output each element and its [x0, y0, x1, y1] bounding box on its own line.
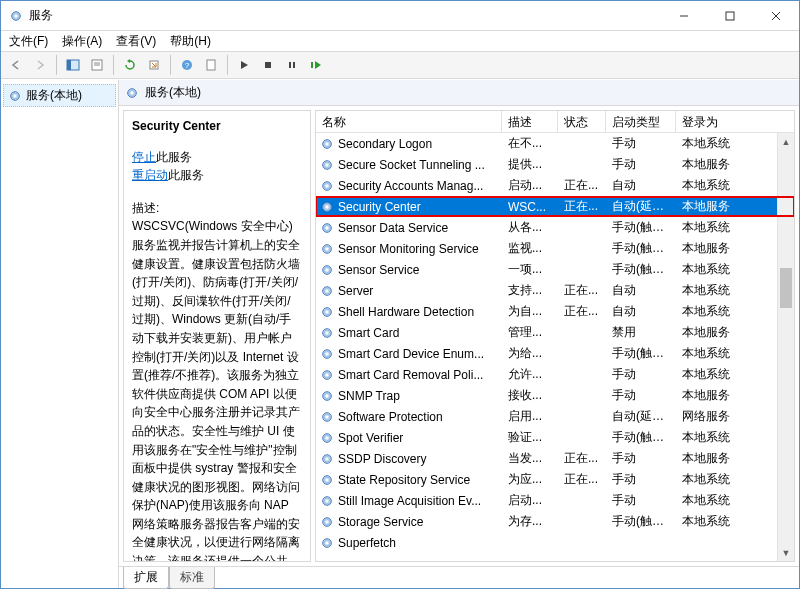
props-sheet-button[interactable]: [200, 54, 222, 76]
service-status: 正在...: [558, 282, 606, 299]
service-row[interactable]: Sensor Service一项...手动(触发...本地系统: [316, 259, 794, 280]
service-desc: 为自...: [502, 303, 558, 320]
col-logon[interactable]: 登录为: [676, 111, 794, 132]
scroll-up-button[interactable]: ▲: [778, 133, 794, 150]
properties-button[interactable]: [86, 54, 108, 76]
list-body[interactable]: Secondary Logon在不...手动本地系统Secure Socket …: [316, 133, 794, 561]
service-desc: 为存...: [502, 513, 558, 530]
service-name: Sensor Service: [338, 263, 419, 277]
scroll-down-button[interactable]: ▼: [778, 544, 794, 561]
service-desc: 一项...: [502, 261, 558, 278]
service-row[interactable]: Smart Card Device Enum...为给...手动(触发...本地…: [316, 343, 794, 364]
service-row[interactable]: State Repository Service为应...正在...手动本地系统: [316, 469, 794, 490]
tab-standard[interactable]: 标准: [169, 567, 215, 589]
service-startup-type: 手动: [606, 135, 676, 152]
menubar: 文件(F) 操作(A) 查看(V) 帮助(H): [1, 31, 799, 51]
gear-icon: [320, 368, 334, 382]
service-row[interactable]: Secure Socket Tunneling ...提供...手动本地服务: [316, 154, 794, 175]
refresh-button[interactable]: [119, 54, 141, 76]
service-startup-type: 禁用: [606, 324, 676, 341]
svg-rect-7: [67, 60, 71, 70]
svg-text:?: ?: [185, 61, 190, 70]
svg-rect-3: [726, 12, 734, 20]
col-status[interactable]: 状态: [558, 111, 606, 132]
service-row[interactable]: Storage Service为存...手动(触发...本地系统: [316, 511, 794, 532]
service-row[interactable]: Shell Hardware Detection为自...正在...自动本地系统: [316, 301, 794, 322]
close-button[interactable]: [753, 1, 799, 30]
start-service-button[interactable]: [233, 54, 255, 76]
col-startup[interactable]: 启动类型: [606, 111, 676, 132]
service-startup-type: 手动: [606, 156, 676, 173]
service-name: Secure Socket Tunneling ...: [338, 158, 485, 172]
service-row[interactable]: Software Protection启用...自动(延迟...网络服务: [316, 406, 794, 427]
scroll-thumb[interactable]: [780, 268, 792, 308]
gear-icon: [320, 242, 334, 256]
service-row[interactable]: Spot Verifier验证...手动(触发...本地系统: [316, 427, 794, 448]
svg-point-34: [325, 247, 329, 251]
service-startup-type: 手动(触发...: [606, 429, 676, 446]
col-desc[interactable]: 描述: [502, 111, 558, 132]
service-row[interactable]: Security CenterWSC...正在...自动(延迟...本地服务: [316, 196, 794, 217]
col-name[interactable]: 名称: [316, 111, 502, 132]
tree-pane: 服务(本地): [1, 80, 119, 588]
list-header: 名称 描述 状态 启动类型 登录为: [316, 111, 794, 133]
service-row[interactable]: Sensor Monitoring Service监视...手动(触发...本地…: [316, 238, 794, 259]
service-status: 正在...: [558, 303, 606, 320]
service-row[interactable]: Sensor Data Service从各...手动(触发...本地系统: [316, 217, 794, 238]
service-row[interactable]: SNMP Trap接收...手动本地服务: [316, 385, 794, 406]
service-row[interactable]: Superfetch: [316, 532, 794, 553]
menu-action[interactable]: 操作(A): [62, 33, 102, 50]
service-desc: 在不...: [502, 135, 558, 152]
toolbar-separator: [227, 55, 228, 75]
gear-icon: [320, 158, 334, 172]
restart-service-button[interactable]: [305, 54, 327, 76]
gear-icon: [320, 221, 334, 235]
export-list-button[interactable]: [143, 54, 165, 76]
service-name: SNMP Trap: [338, 389, 400, 403]
tree-root-services-local[interactable]: 服务(本地): [3, 84, 116, 107]
gear-icon: [320, 305, 334, 319]
service-row[interactable]: Server支持...正在...自动本地系统: [316, 280, 794, 301]
svg-point-44: [325, 352, 329, 356]
nav-forward-button[interactable]: [29, 54, 51, 76]
service-desc: 从各...: [502, 219, 558, 236]
service-row[interactable]: Secondary Logon在不...手动本地系统: [316, 133, 794, 154]
tab-extended[interactable]: 扩展: [123, 567, 169, 589]
detail-pane: Security Center 停止此服务 重启动此服务 描述: WSCSVC(…: [123, 110, 311, 562]
service-row[interactable]: Security Accounts Manag...启动...正在...自动本地…: [316, 175, 794, 196]
gear-icon: [320, 452, 334, 466]
service-desc: 启用...: [502, 408, 558, 425]
service-row[interactable]: Smart Card Removal Poli...允许...手动本地系统: [316, 364, 794, 385]
service-row[interactable]: SSDP Discovery当发...正在...手动本地服务: [316, 448, 794, 469]
nav-back-button[interactable]: [5, 54, 27, 76]
svg-point-50: [325, 415, 329, 419]
service-row[interactable]: Smart Card管理...禁用本地服务: [316, 322, 794, 343]
show-hide-tree-button[interactable]: [62, 54, 84, 76]
service-desc: 管理...: [502, 324, 558, 341]
service-row[interactable]: Still Image Acquisition Ev...启动...手动本地系统: [316, 490, 794, 511]
service-startup-type: 手动: [606, 450, 676, 467]
menu-view[interactable]: 查看(V): [116, 33, 156, 50]
stop-service-link[interactable]: 停止: [132, 150, 156, 164]
svg-rect-18: [311, 62, 313, 68]
svg-point-30: [325, 205, 329, 209]
gear-icon: [320, 473, 334, 487]
toolbar-separator: [56, 55, 57, 75]
restart-service-link[interactable]: 重启动: [132, 168, 168, 182]
minimize-button[interactable]: [661, 1, 707, 30]
svg-point-1: [14, 14, 18, 18]
stop-service-button[interactable]: [257, 54, 279, 76]
gear-icon: [320, 431, 334, 445]
menu-file[interactable]: 文件(F): [9, 33, 48, 50]
vertical-scrollbar[interactable]: ▲ ▼: [777, 133, 794, 561]
menu-help[interactable]: 帮助(H): [170, 33, 211, 50]
scroll-track[interactable]: [778, 150, 794, 544]
service-name: Security Center: [338, 200, 421, 214]
service-name: Sensor Monitoring Service: [338, 242, 479, 256]
help-button[interactable]: ?: [176, 54, 198, 76]
svg-point-42: [325, 331, 329, 335]
maximize-button[interactable]: [707, 1, 753, 30]
gear-icon: [320, 410, 334, 424]
pause-service-button[interactable]: [281, 54, 303, 76]
svg-point-56: [325, 478, 329, 482]
